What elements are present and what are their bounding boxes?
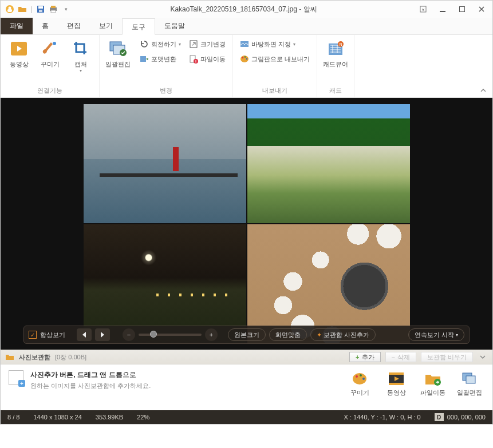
file-move-icon — [189, 54, 198, 64]
tray-clear-label: 보관함 비우기 — [427, 353, 467, 362]
menu-tools[interactable]: 도구 — [122, 18, 155, 35]
add-to-archive-label: 보관함 사진추가 — [324, 331, 369, 339]
menu-view[interactable]: 보기 — [90, 18, 122, 34]
status-page: 8 / 8 — [1, 414, 26, 421]
ribbon-format-button[interactable]: 포맷변환 — [136, 52, 184, 66]
next-image-button[interactable] — [95, 328, 110, 341]
svg-point-13 — [53, 42, 56, 45]
ribbon-group-link-label: 연결기능 — [4, 85, 96, 96]
slideshow-label: 연속보기 시작 — [415, 331, 454, 339]
save-icon[interactable] — [35, 3, 46, 15]
helper-video-label: 동영상 — [387, 388, 406, 397]
svg-rect-38 — [466, 376, 475, 383]
ribbon-move-label: 파일이동 — [200, 55, 226, 64]
viewer-toolbar: ✓ 항상보기 − + 원본크기 화면맞춤 ✦ 보관함 사진추가 연속보기 시작 — [23, 326, 470, 344]
close-icon[interactable] — [474, 2, 489, 16]
svg-point-23 — [242, 57, 244, 59]
batch-edit-icon — [109, 39, 127, 58]
tray-add-button[interactable]: + 추가 — [349, 352, 380, 362]
ribbon-video-button[interactable]: 동영상 — [4, 37, 34, 70]
status-coords: X : 1440, Y : -1, W : 0, H : 0 — [337, 414, 428, 421]
image-viewer[interactable]: ✓ 항상보기 − + 원본크기 화면맞춤 ✦ 보관함 사진추가 연속보기 시작 — [1, 98, 492, 350]
svg-point-32 — [362, 378, 365, 380]
ribbon-wallpaper-button[interactable]: 바탕화면 지정 ▾ — [236, 37, 313, 51]
helper-move-label: 파일이동 — [420, 388, 445, 397]
status-dims: 1440 x 1080 x 24 — [26, 414, 88, 421]
ribbon-collapse-icon[interactable] — [480, 87, 487, 94]
add-photo-dropzone-icon[interactable] — [9, 370, 23, 385]
brush-icon — [41, 39, 59, 58]
ribbon-capture-button[interactable]: 캡처 ▾ — [66, 37, 96, 77]
svg-rect-4 — [38, 6, 43, 9]
maximize-icon[interactable] — [455, 2, 470, 16]
tray-add-label: 추가 — [362, 353, 374, 362]
menubar: 파일 홈 편집 보기 도구 도움말 — [1, 18, 492, 35]
tray-expand-icon[interactable] — [478, 354, 488, 360]
palette-icon — [350, 370, 369, 387]
svg-rect-2 — [7, 9, 12, 12]
helper-line1: 사진추가 버튼, 드래그 앤 드롭으로 — [30, 370, 151, 380]
helper-decorate-button[interactable]: 꾸미기 — [345, 370, 374, 397]
ribbon-batch-button[interactable]: 일괄편집 — [103, 37, 133, 70]
zoom-out-button[interactable]: − — [123, 328, 135, 341]
helper-line2: 원하는 이미지를 사진보관함에 추가하세요. — [30, 382, 151, 390]
quickaccess-menu-icon[interactable]: ▾ — [60, 3, 72, 15]
divider-icon: | — [29, 3, 34, 15]
slideshow-button[interactable]: 연속보기 시작 ▾ — [408, 328, 464, 341]
zoom-in-button[interactable]: + — [205, 328, 218, 341]
helper-batch-button[interactable]: 일괄편집 — [455, 370, 484, 397]
ribbon-resize-button[interactable]: 크기변경 — [186, 37, 229, 51]
chevron-down-icon: ▾ — [80, 68, 82, 74]
tray-helper: 사진추가 버튼, 드래그 앤 드롭으로 원하는 이미지를 사진보관함에 추가하세… — [1, 364, 492, 410]
ribbon: 동영상 꾸미기 캡처 ▾ 연결기능 — [1, 35, 492, 98]
displayed-image — [84, 104, 410, 343]
app-icon — [4, 3, 15, 15]
ribbon-format-label: 포맷변환 — [151, 55, 176, 64]
cad-icon: N — [326, 39, 345, 58]
fit-screen-button[interactable]: 화면맞춤 — [269, 328, 307, 341]
add-to-archive-button[interactable]: ✦ 보관함 사진추가 — [310, 328, 376, 341]
menu-home[interactable]: 홈 — [33, 18, 58, 34]
original-size-button[interactable]: 원본크기 — [228, 328, 266, 341]
always-show-checkbox[interactable]: ✓ — [29, 331, 37, 339]
svg-rect-10 — [440, 11, 445, 12]
menu-help[interactable]: 도움말 — [155, 18, 194, 34]
status-d-label: D — [435, 413, 444, 421]
tray-clear-button[interactable]: 보관함 비우기 — [421, 352, 473, 362]
helper-decorate-label: 꾸미기 — [350, 388, 369, 397]
tray-delete-button[interactable]: − 삭제 — [385, 352, 416, 362]
ribbon-decorate-button[interactable]: 꾸미기 — [35, 37, 65, 70]
ribbon-move-button[interactable]: 파일이동 — [186, 52, 229, 66]
ribbon-paint-label: 그림판으로 내보내기 — [251, 55, 310, 64]
svg-point-1 — [9, 7, 11, 10]
menu-edit[interactable]: 편집 — [58, 18, 90, 34]
minimize-icon[interactable] — [435, 2, 450, 16]
helper-line1-bold: 사진추가 버튼, 드래그 앤 드롭 — [30, 371, 123, 379]
menu-file[interactable]: 파일 — [1, 18, 33, 34]
helper-move-button[interactable]: 파일이동 — [418, 370, 448, 397]
svg-rect-35 — [389, 383, 404, 385]
svg-rect-17 — [140, 56, 146, 62]
zoom-slider-knob[interactable] — [150, 331, 157, 338]
svg-rect-9 — [420, 6, 426, 12]
helper-video-button[interactable]: 동영상 — [381, 370, 411, 397]
compact-icon[interactable] — [416, 2, 431, 16]
batch-edit-icon — [460, 370, 479, 387]
print-icon[interactable] — [48, 3, 59, 15]
svg-rect-7 — [51, 6, 56, 8]
chevron-down-icon: ▾ — [456, 332, 458, 338]
ribbon-paint-button[interactable]: 그림판으로 내보내기 — [236, 52, 313, 66]
titlebar: | ▾ KakaoTalk_20220519_181657034_07.jpg … — [1, 1, 492, 18]
status-size: 353.99KB — [89, 414, 130, 421]
prev-image-button[interactable] — [77, 328, 92, 341]
zoom-slider[interactable] — [139, 334, 202, 336]
open-folder-icon[interactable] — [17, 3, 28, 15]
ribbon-wallpaper-label: 바탕화면 지정 — [251, 40, 291, 49]
ribbon-cadviewer-button[interactable]: N 캐드뷰어 — [321, 37, 350, 70]
ribbon-group-change-label: 변경 — [103, 85, 229, 96]
add-archive-icon: ✦ — [317, 331, 322, 339]
film-icon — [386, 370, 406, 387]
ribbon-decorate-label: 꾸미기 — [41, 60, 60, 68]
ribbon-rotate-button[interactable]: 회전하기 ▾ — [136, 37, 184, 51]
tray-label: 사진보관함 — [19, 353, 50, 362]
